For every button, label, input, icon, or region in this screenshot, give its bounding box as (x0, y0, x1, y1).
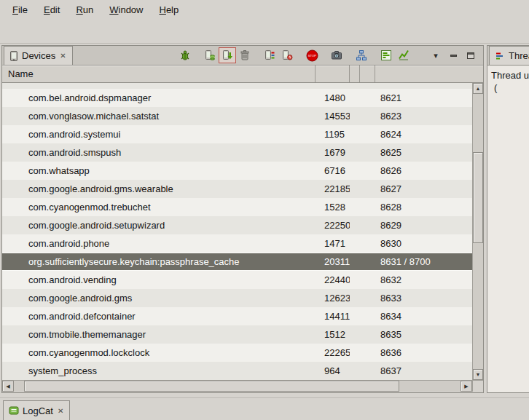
vertical-scroll-track[interactable] (473, 94, 483, 369)
table-row[interactable]: com.bel.android.dspmanager14808621 (2, 89, 472, 107)
scroll-right-icon[interactable]: ▶ (461, 381, 472, 392)
process-pid: 14411 (316, 311, 350, 322)
column-header-a (350, 66, 360, 82)
process-name: com.android.vending (2, 274, 316, 285)
table-row[interactable]: com.tmobile.thememanager15128635 (2, 325, 472, 344)
close-icon[interactable]: ✕ (57, 407, 64, 415)
table-row[interactable]: com.android.smspush16798625 (2, 143, 472, 162)
horizontal-scroll-track[interactable] (14, 381, 461, 392)
column-header-port (375, 66, 483, 82)
process-port: 8627 (375, 183, 472, 194)
close-icon[interactable]: ✕ (59, 52, 66, 60)
menu-window[interactable]: Window (101, 1, 151, 18)
process-pid: 14553 (316, 111, 350, 122)
cause-gc-icon[interactable] (236, 47, 254, 63)
process-pid: 1528 (316, 202, 350, 213)
horizontal-scrollbar-row: ◀ ▶ (2, 380, 483, 392)
table-row[interactable]: com.google.android.gms126238633 (2, 289, 472, 307)
device-table: com.bel.android.dspmanager14808621com.vo… (2, 83, 483, 380)
process-port: 8632 (375, 274, 472, 285)
scrollbar-corner (472, 381, 483, 392)
table-row[interactable]: com.android.vending224408632 (2, 271, 472, 289)
process-pid: 1512 (316, 329, 350, 340)
menu-edit[interactable]: Edit (36, 1, 68, 18)
horizontal-scrollbar[interactable]: ◀ ▶ (2, 381, 472, 392)
process-port: 8637 (375, 365, 472, 376)
device-table-rows: com.bel.android.dspmanager14808621com.vo… (2, 83, 472, 380)
dump-hprof-icon[interactable] (219, 47, 236, 63)
table-row[interactable]: com.whatsapp67168626 (2, 162, 472, 180)
column-header-name: Name (2, 66, 316, 82)
table-row[interactable]: com.vonglasow.michael.satstat145538623 (2, 107, 472, 125)
view-menu-icon[interactable]: ▾ (427, 47, 444, 63)
start-method-profiling-icon[interactable] (278, 47, 296, 63)
start-opengl-trace-icon[interactable] (395, 47, 412, 63)
threads-tabbar: Threa (487, 46, 529, 66)
process-port: 8626 (375, 165, 472, 176)
logcat-icon (9, 405, 19, 416)
process-port: 8633 (375, 293, 472, 304)
column-header-b (360, 66, 375, 82)
maximize-icon[interactable] (462, 47, 479, 63)
table-row[interactable]: com.google.android.setupwizard222508629 (2, 216, 472, 234)
screen-capture-icon[interactable] (328, 47, 345, 63)
vertical-scroll-thumb[interactable] (473, 152, 483, 243)
process-name: com.android.defcontainer (2, 311, 316, 322)
table-row[interactable]: org.sufficientlysecure.keychain:passphra… (2, 253, 472, 271)
process-pid: 12623 (316, 293, 350, 304)
tab-logcat[interactable]: LogCat ✕ (3, 400, 70, 420)
process-port: 8631 / 8700 (375, 256, 472, 267)
scroll-left-icon[interactable]: ◀ (2, 381, 14, 392)
table-row[interactable]: com.android.phone14718630 (2, 234, 472, 253)
process-port: 8636 (375, 347, 472, 358)
tab-devices[interactable]: Devices ✕ (4, 46, 73, 65)
process-pid: 6716 (316, 165, 350, 176)
scroll-down-icon[interactable]: ▼ (473, 369, 483, 380)
dump-view-hierarchy-icon[interactable] (353, 47, 370, 63)
process-pid: 20311 (316, 256, 350, 267)
process-name: com.tmobile.thememanager (2, 329, 316, 340)
devices-toolbar: STOP ▾ (176, 47, 483, 63)
menu-help[interactable]: Help (151, 1, 187, 18)
table-row[interactable]: system_process9648637 (2, 362, 472, 380)
device-icon (9, 51, 18, 61)
process-name: com.cyanogenmod.lockclock (2, 347, 316, 358)
capture-systrace-icon[interactable] (377, 47, 395, 63)
vertical-scrollbar[interactable]: ▲ ▼ (472, 83, 483, 380)
threads-message-line2: ( (491, 82, 528, 94)
table-row[interactable]: com.cyanogenmod.trebuchet15288628 (2, 198, 472, 216)
stop-process-icon[interactable]: STOP (303, 47, 321, 63)
process-name: com.google.android.gms.wearable (2, 183, 316, 194)
devices-panel: Devices ✕ (1, 45, 484, 393)
menu-file[interactable]: File (4, 1, 36, 18)
process-pid: 22185 (316, 183, 350, 194)
process-port: 8625 (375, 147, 472, 158)
menu-bar: File Edit Run Window Help (0, 0, 529, 19)
table-row[interactable]: com.android.defcontainer144118634 (2, 307, 472, 325)
process-name: com.google.android.gms (2, 293, 316, 304)
process-port: 8621 (375, 92, 472, 103)
horizontal-scroll-thumb[interactable] (24, 381, 399, 392)
bottom-view-bar: LogCat ✕ (0, 397, 529, 420)
process-pid: 22265 (316, 347, 350, 358)
scroll-up-icon[interactable]: ▲ (473, 83, 483, 94)
update-threads-icon[interactable] (261, 47, 278, 63)
tab-logcat-label: LogCat (23, 405, 53, 416)
menu-run[interactable]: Run (68, 1, 101, 18)
tab-threads[interactable]: Threa (489, 46, 529, 65)
process-port: 8630 (375, 238, 472, 249)
minimize-icon[interactable] (444, 47, 462, 63)
process-pid: 22250 (316, 220, 350, 231)
tab-threads-label: Threa (509, 50, 529, 61)
process-port: 8635 (375, 329, 472, 340)
process-pid: 1195 (316, 129, 350, 140)
table-row[interactable]: com.android.systemui11958624 (2, 125, 472, 143)
update-heap-icon[interactable] (201, 47, 219, 63)
device-table-header: Name (2, 66, 483, 83)
table-row[interactable]: com.google.android.gms.wearable221858627 (2, 180, 472, 198)
debug-process-icon[interactable] (176, 47, 194, 63)
table-row[interactable]: com.cyanogenmod.lockclock222658636 (2, 344, 472, 362)
threads-message-line1: Thread up (491, 69, 528, 82)
threads-icon (495, 51, 505, 61)
process-pid: 1679 (316, 147, 350, 158)
